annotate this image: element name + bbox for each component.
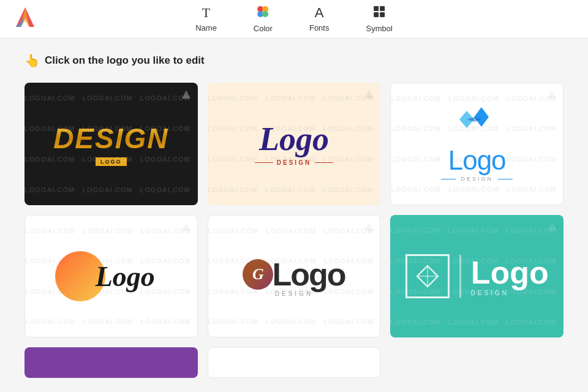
card-2-sub-text: DESIGN — [277, 159, 311, 166]
svg-rect-8 — [380, 6, 385, 11]
logo-card-4[interactable]: LOGOAI.COM LOGOAI.COM LOGOAI.COM LOGOAI.… — [24, 215, 198, 337]
card-3-main-text: Logo — [441, 145, 513, 176]
svg-marker-22 — [548, 222, 557, 230]
symbol-icon — [372, 5, 386, 21]
card-6-box — [405, 254, 450, 298]
fonts-icon: A — [315, 5, 324, 21]
card-4-corner-icon — [181, 222, 191, 233]
card-1-main-text: DESIGN — [53, 122, 168, 155]
logo-card-5[interactable]: LOGOAI.COM LOGOAI.COM LOGOAI.COM LOGOAI.… — [208, 215, 381, 337]
card-5-sub-text: DESIGN — [275, 290, 313, 297]
svg-marker-11 — [182, 90, 190, 99]
card-5-corner-icon — [364, 222, 374, 233]
partial-logo-row — [24, 347, 564, 378]
svg-rect-7 — [374, 6, 379, 11]
card-4-content: Logo — [67, 260, 155, 293]
card-2-corner-icon — [364, 89, 374, 100]
card-1-corner-icon — [181, 89, 192, 100]
tab-fonts-label: Fonts — [309, 23, 330, 32]
svg-marker-12 — [365, 89, 374, 98]
card-5-main-text: Logo — [272, 256, 345, 293]
card-2-content: Logo DESIGN — [255, 123, 333, 166]
card-1-content: DESIGN LOGO — [53, 122, 168, 166]
tab-fonts[interactable]: A Fonts — [309, 5, 330, 33]
logo-card-9-empty — [390, 347, 564, 378]
svg-marker-14 — [474, 107, 489, 127]
tab-color-label: Color — [254, 24, 273, 33]
tab-symbol[interactable]: Symbol — [366, 5, 392, 33]
card-3-sub-label: DESIGN — [441, 176, 513, 182]
app-logo[interactable] — [12, 5, 38, 33]
svg-rect-10 — [380, 12, 385, 17]
logo-grid: LOGOAI.COM LOGOAI.COM LOGOAI.COM LOGOAI.… — [24, 83, 564, 337]
card-3-geo-icon — [441, 106, 513, 140]
header: T Name Color A Fonts — [0, 0, 588, 39]
svg-rect-9 — [374, 12, 379, 17]
card-2-main-text: Logo — [255, 123, 333, 156]
card-5-content: G Logo DESIGN — [243, 256, 345, 297]
instruction-text: Click on the logo you like to edit — [45, 55, 205, 67]
card-5-logo-row: G Logo — [243, 256, 345, 293]
svg-point-6 — [262, 11, 268, 17]
card-3-sub-text: DESIGN — [461, 176, 493, 182]
logo-card-8[interactable] — [208, 347, 381, 378]
card-3-corner-icon — [547, 89, 557, 101]
tab-name-label: Name — [195, 23, 217, 32]
card-3-content: Logo DESIGN — [441, 106, 513, 182]
tab-name[interactable]: T Name — [195, 5, 217, 33]
tab-color[interactable]: Color — [254, 5, 273, 33]
instruction-icon: 👆 — [24, 53, 40, 68]
card-6-diamond-icon — [415, 264, 440, 288]
logo-card-2[interactable]: LOGOAI.COM LOGOAI.COM LOGOAI.COM LOGOAI.… — [208, 83, 381, 205]
card-5-g-circle: G — [243, 259, 273, 290]
logo-card-6[interactable]: LOGOAI.COM LOGOAI.COM LOGOAI.COM LOGOAI.… — [390, 215, 564, 337]
card-1-sub-text: LOGO — [96, 157, 127, 166]
nav-tabs: T Name Color A Fonts — [195, 5, 393, 33]
tab-symbol-label: Symbol — [366, 24, 392, 33]
color-icon — [256, 5, 270, 21]
card-2-divider: DESIGN — [255, 159, 333, 166]
card-6-sub-text: DESIGN — [471, 290, 549, 296]
card-4-main-text: Logo — [96, 260, 155, 293]
svg-marker-16 — [548, 90, 556, 99]
svg-marker-17 — [182, 222, 190, 231]
card-6-text-group: Logo DESIGN — [471, 257, 549, 296]
name-icon: T — [202, 5, 210, 21]
logo-card-1[interactable]: LOGOAI.COM LOGOAI.COM LOGOAI.COM LOGOAI.… — [24, 83, 198, 205]
card-6-divider — [459, 255, 461, 298]
logo-card-3[interactable]: LOGOAI.COM LOGOAI.COM LOGOAI.COM LOGOAI.… — [390, 83, 564, 205]
instruction-bar: 👆 Click on the logo you like to edit — [24, 53, 564, 68]
card-6-corner-icon — [548, 221, 557, 233]
svg-marker-18 — [364, 222, 373, 231]
card-6-content: Logo DESIGN — [405, 254, 549, 298]
card-5-g-letter: G — [252, 265, 264, 284]
card-6-main-text: Logo — [471, 257, 549, 288]
logo-card-7[interactable] — [24, 347, 198, 378]
main-content: 👆 Click on the logo you like to edit LOG… — [0, 39, 588, 392]
